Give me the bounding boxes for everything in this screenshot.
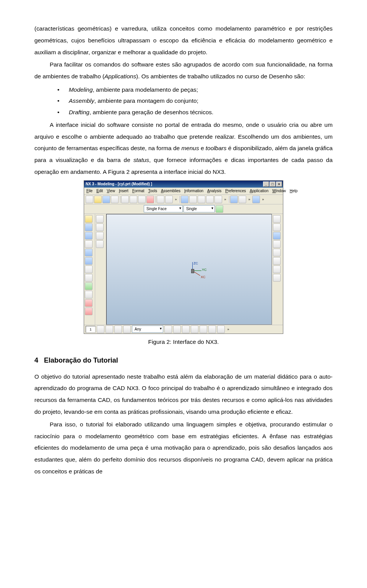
cut-icon[interactable] <box>121 196 129 203</box>
dialog-icon[interactable] <box>273 215 281 223</box>
separator <box>228 196 229 203</box>
menu-preferences[interactable]: Preferences <box>225 189 246 193</box>
extrude-icon[interactable] <box>85 224 93 231</box>
selection-type-combo[interactable]: Single <box>184 205 215 212</box>
zoom-in-icon[interactable] <box>198 196 205 203</box>
app-icon[interactable] <box>252 196 260 203</box>
separator <box>179 196 180 203</box>
filter-combo[interactable]: Any <box>132 326 163 333</box>
section-heading-4: 4 Elaboração do Tutorial <box>34 353 333 367</box>
section-title: Elaboração do Tutorial <box>44 356 118 364</box>
clock-icon[interactable] <box>273 266 281 273</box>
selection-toolbar: Single Face Single <box>84 204 283 214</box>
block-icon[interactable] <box>85 249 93 256</box>
paragraph-5: Para isso, o tutorial foi elaborado util… <box>34 419 333 478</box>
menu-information[interactable]: Information <box>184 189 203 193</box>
menu-application[interactable]: Application <box>250 189 268 193</box>
help-icon[interactable] <box>273 274 281 282</box>
italic-menus: menus <box>181 145 199 151</box>
snap-end-icon[interactable] <box>200 326 207 333</box>
fit-icon[interactable] <box>181 196 188 203</box>
copy-icon[interactable] <box>130 196 137 203</box>
menu-tools[interactable]: Tools <box>148 189 157 193</box>
line-icon[interactable] <box>85 299 93 307</box>
chevron-icon[interactable]: » <box>174 198 178 201</box>
selection-count: 1 <box>86 326 96 333</box>
x-label: XC <box>201 275 206 279</box>
zoom-out-icon[interactable] <box>206 196 214 203</box>
menu-format[interactable]: Format <box>132 189 145 193</box>
material-icon[interactable] <box>273 257 281 265</box>
browser-icon[interactable] <box>273 240 281 248</box>
chevron-icon[interactable]: » <box>261 198 265 201</box>
redo-icon[interactable] <box>165 196 173 203</box>
snap-tangent-icon[interactable] <box>208 326 216 333</box>
part-nav-icon[interactable] <box>96 215 104 223</box>
paragraph-1: (características geométricas) e varredur… <box>34 23 333 58</box>
chevron-icon[interactable]: » <box>247 198 252 201</box>
menu-file[interactable]: File <box>86 189 93 193</box>
menu-analysis[interactable]: Analysis <box>207 189 221 193</box>
list-item: Assembly, ambiente para montagem do conj… <box>57 95 333 106</box>
zoom-icon[interactable] <box>189 196 197 203</box>
print-icon[interactable] <box>111 196 119 203</box>
feature-toolbar <box>84 214 95 325</box>
minimize-icon[interactable]: _ <box>263 181 269 187</box>
snap-mid-icon[interactable] <box>173 326 181 333</box>
unite-icon[interactable] <box>85 282 93 290</box>
paragraph-3: A interface inicial do software consiste… <box>34 119 333 178</box>
filter-icon[interactable] <box>97 326 104 333</box>
menu-edit[interactable]: Edit <box>96 189 103 193</box>
menu-assemblies[interactable]: Assemblies <box>161 189 180 193</box>
grid-icon[interactable] <box>114 326 122 333</box>
italic-toolbars: toolbars <box>206 145 227 151</box>
history-icon[interactable] <box>96 232 104 240</box>
paste-icon[interactable] <box>138 196 146 203</box>
light-icon[interactable] <box>273 249 281 256</box>
navigator-toolbar <box>95 214 106 325</box>
shaded-icon[interactable] <box>230 196 238 203</box>
main-area: ZC YC XC <box>84 214 283 325</box>
chevron-icon[interactable]: » <box>226 327 231 331</box>
chevron-icon[interactable]: » <box>223 198 227 201</box>
maximize-icon[interactable]: □ <box>270 181 276 187</box>
menu-help[interactable]: Help <box>290 189 298 193</box>
snap-center-icon[interactable] <box>182 326 190 333</box>
wcs-icon[interactable] <box>123 326 131 333</box>
menu-insert[interactable]: Insert <box>119 189 128 193</box>
rotate-icon[interactable] <box>214 196 222 203</box>
new-icon[interactable] <box>86 196 93 203</box>
subtract-icon[interactable] <box>85 291 93 298</box>
cylinder-icon[interactable] <box>85 257 93 265</box>
snap-perp-icon[interactable] <box>217 326 225 333</box>
arc-icon[interactable] <box>85 308 93 315</box>
text: , ambiente para geração de desenhos técn… <box>89 109 213 115</box>
assembly-nav-icon[interactable] <box>96 224 104 231</box>
layer-icon[interactable] <box>273 224 281 231</box>
window-title: NX 3 - Modeling - [cyl.prt (Modified) ] <box>86 182 263 186</box>
snap-int-icon[interactable] <box>191 326 198 333</box>
snap-point-icon[interactable] <box>164 326 172 333</box>
text: , ambiente para montagem do conjunto; <box>94 97 198 104</box>
revolve-icon[interactable] <box>85 232 93 240</box>
text: (características geométricas) e varredur… <box>34 25 333 55</box>
close-icon[interactable]: × <box>276 181 282 187</box>
wireframe-icon[interactable] <box>239 196 246 203</box>
graphics-viewport[interactable]: ZC YC XC <box>106 214 272 325</box>
sketch-icon[interactable] <box>85 215 93 223</box>
menu-view[interactable]: View <box>107 189 115 193</box>
chamfer-icon[interactable] <box>85 274 93 282</box>
undo-icon[interactable] <box>157 196 164 203</box>
snap-icon[interactable] <box>106 326 113 333</box>
open-icon[interactable] <box>94 196 102 203</box>
hole-icon[interactable] <box>85 240 93 248</box>
selection-scope-combo[interactable]: Single Face <box>144 205 183 212</box>
nx3-window: NX 3 - Modeling - [cyl.prt (Modified) ] … <box>84 180 283 334</box>
view-icon[interactable] <box>273 232 281 240</box>
menu-window[interactable]: Window <box>272 189 286 193</box>
delete-icon[interactable] <box>146 196 154 203</box>
ie-icon[interactable] <box>96 240 104 248</box>
blend-icon[interactable] <box>85 266 93 273</box>
save-icon[interactable] <box>102 196 110 203</box>
apply-icon[interactable] <box>216 205 223 213</box>
